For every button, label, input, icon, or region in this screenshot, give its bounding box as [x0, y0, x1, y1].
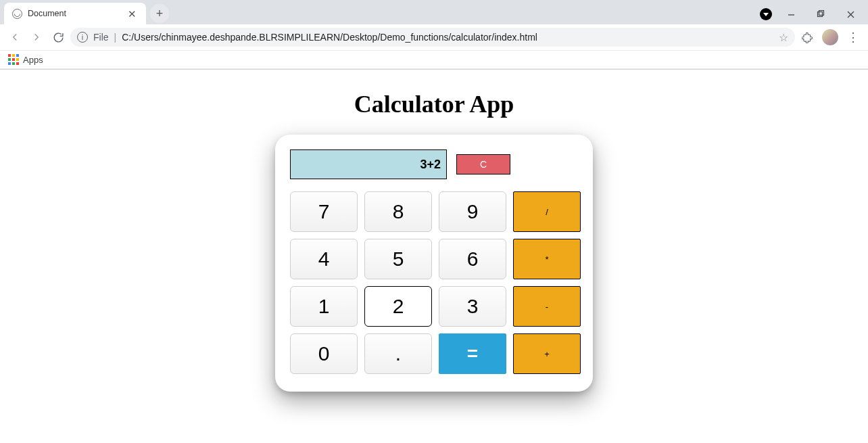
apps-label[interactable]: Apps	[23, 55, 43, 65]
minimize-button[interactable]	[776, 4, 806, 24]
display-row: C	[290, 149, 578, 179]
key-add[interactable]: +	[513, 333, 581, 374]
key-equals[interactable]: =	[439, 333, 506, 374]
calculator-display[interactable]	[290, 149, 447, 179]
tab-strip: Document ✕ +	[0, 0, 868, 24]
tab-title: Document	[28, 9, 66, 18]
browser-toolbar: i File | C:/Users/chinmayee.deshpande.BL…	[0, 24, 868, 50]
key-multiply[interactable]: *	[513, 239, 581, 279]
browser-tab[interactable]: Document ✕	[4, 3, 146, 24]
key-0[interactable]: 0	[290, 333, 358, 374]
apps-icon[interactable]	[8, 54, 19, 65]
address-bar[interactable]: i File | C:/Users/chinmayee.deshpande.BL…	[70, 28, 795, 47]
browser-menu-button[interactable]: ⋮	[844, 28, 863, 47]
key-9[interactable]: 9	[439, 191, 506, 232]
info-icon: i	[77, 32, 88, 43]
key-5[interactable]: 5	[364, 239, 432, 279]
browser-chrome: Document ✕ + i File | C:/Users/chinmayee…	[0, 0, 868, 70]
key-2[interactable]: 2	[364, 286, 432, 327]
back-button[interactable]	[5, 28, 24, 47]
reload-button[interactable]	[49, 28, 68, 47]
profile-avatar[interactable]	[822, 29, 838, 45]
globe-icon	[12, 9, 22, 19]
url-path: C:/Users/chinmayee.deshpande.BLRSIMPLILE…	[122, 32, 537, 43]
url-separator: |	[114, 32, 117, 43]
maximize-button[interactable]	[806, 4, 836, 24]
page-title: Calculator App	[0, 90, 868, 118]
bookmark-bar: Apps	[0, 50, 868, 69]
key-7[interactable]: 7	[290, 191, 358, 232]
svg-rect-2	[819, 11, 824, 16]
key-6[interactable]: 6	[439, 239, 506, 279]
extensions-icon[interactable]	[798, 28, 817, 47]
key-1[interactable]: 1	[290, 286, 358, 327]
clear-button[interactable]: C	[456, 154, 510, 174]
calculator-panel: C 7 8 9 / 4 5 6 * 1 2 3 - 0 . = +	[275, 135, 593, 392]
close-window-button[interactable]	[836, 4, 865, 24]
key-3[interactable]: 3	[439, 286, 506, 327]
key-subtract[interactable]: -	[513, 286, 581, 327]
keypad: 7 8 9 / 4 5 6 * 1 2 3 - 0 . = +	[290, 191, 578, 374]
key-divide[interactable]: /	[513, 191, 581, 232]
key-8[interactable]: 8	[364, 191, 432, 232]
url-scheme: File	[93, 32, 109, 43]
profile-badge-icon[interactable]	[760, 8, 772, 20]
key-dot[interactable]: .	[364, 333, 432, 374]
new-tab-button[interactable]: +	[150, 4, 169, 23]
key-4[interactable]: 4	[290, 239, 358, 279]
window-controls	[760, 4, 868, 24]
forward-button[interactable]	[27, 28, 46, 47]
svg-rect-1	[818, 12, 823, 17]
page-body: Calculator App C 7 8 9 / 4 5 6 * 1 2 3 -…	[0, 70, 868, 392]
bookmark-star-icon[interactable]: ☆	[779, 31, 788, 44]
close-tab-icon[interactable]: ✕	[126, 7, 138, 20]
